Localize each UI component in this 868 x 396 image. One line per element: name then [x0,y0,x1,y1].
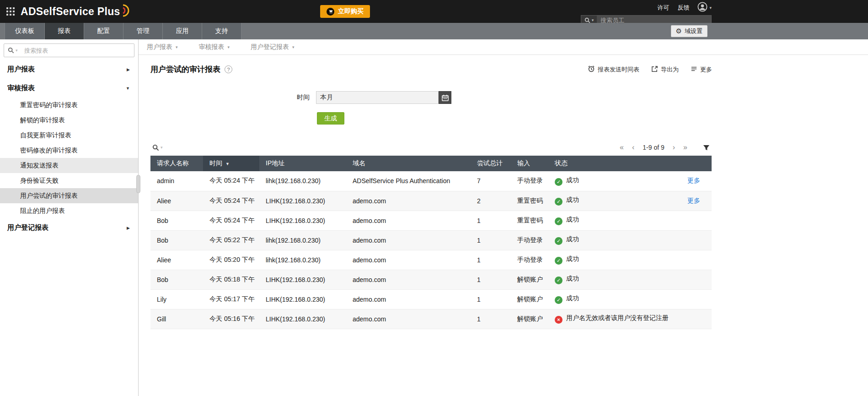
pagination-range: 1-9 of 9 [643,144,664,151]
table-search-icon[interactable]: ▾ [152,144,163,151]
first-page-button[interactable]: « [620,144,624,151]
previous-page-button[interactable]: ‹ [632,144,634,151]
cell-input: 手动登录 [511,250,548,270]
chevron-down-icon: ▾ [16,48,18,53]
sidebar-item-self-update-audit[interactable]: 自我更新审计报表 [0,128,138,143]
cell-input: 手动登录 [511,171,548,191]
page-title: 用户尝试的审计报表 ? [150,64,232,75]
header-attempts[interactable]: 尝试总计 [471,156,511,171]
next-page-button[interactable]: › [673,144,675,151]
tab-reports[interactable]: 报表 [45,23,84,39]
last-page-button[interactable]: » [683,144,687,151]
sidebar-item-user-attempts-audit[interactable]: 用户尝试的审计报表 [0,188,138,203]
user-avatar[interactable]: ▾ [697,2,712,13]
menu-user-reports[interactable]: 用户报表 ▾ [147,43,178,51]
sidebar-resize-handle[interactable] [136,175,140,193]
cart-icon [327,8,334,16]
status-text: 成功 [566,176,579,184]
cell-ip: LIHK(192.168.0.230) [259,270,346,289]
license-link[interactable]: 许可 [657,4,669,12]
gear-icon: ⚙ [676,27,682,35]
buy-now-button[interactable]: 立即购买 [320,5,370,18]
filter-icon[interactable] [703,144,710,151]
cell-ip: LIHK(192.168.0.230) [259,309,346,329]
sidebar-item-unlock-audit[interactable]: 解锁的审计报表 [0,113,138,128]
header-time[interactable]: 时间▼ [203,156,259,171]
table-header: 请求人名称 时间▼ IP地址 域名 尝试总计 输入 状态 [150,156,712,171]
sidebar: ▾ 用户报表 ▶ 审核报表 ▼ 重置密码的审计报表 解锁的审计报表 自我更新审计… [0,39,139,396]
cell-input: 解锁账户 [511,289,548,309]
menu-label: 审核报表 [199,43,225,51]
chevron-right-icon: ▶ [127,226,130,230]
table-row: Bob 今天 05:24 下午 LIHK(192.168.0.230) adem… [150,211,712,230]
tab-support[interactable]: 支持 [202,23,241,39]
sidebar-item-password-change-audit[interactable]: 密码修改的审计报表 [0,143,138,158]
tab-admin[interactable]: 管理 [123,23,163,39]
status-text: 成功 [566,294,579,302]
cell-domain: ADSelfService Plus Authentication [346,171,471,191]
help-icon[interactable]: ? [225,65,232,73]
status-text: 用户名无效或者该用户没有登记注册 [566,314,669,321]
domain-settings-button[interactable]: ⚙ 域设置 [671,25,707,37]
results-table-section: ▾ « ‹ 1-9 of 9 › » [150,139,712,329]
sidebar-item-notification-delivery[interactable]: 通知发送报表 [0,158,138,173]
cell-ip: lihk(192.168.0.230) [259,171,346,191]
cell-input: 手动登录 [511,230,548,250]
logo[interactable]: ADSelfService Plus [21,4,131,19]
topbar: ADSelfService Plus 立即购买 许可 反馈 ▾ [0,0,868,23]
content: 用户尝试的审计报表 ? 报表发送时间表 [139,64,712,329]
status-text: 成功 [566,235,579,243]
chevron-down-icon: ▾ [176,45,178,49]
chevron-down-icon: ▼ [126,86,130,91]
sidebar-item-identity-verification-failure[interactable]: 身份验证失败 [0,173,138,188]
report-search-input[interactable] [4,43,134,57]
header-requester[interactable]: 请求人名称 [150,156,203,171]
cell-requester: admin [150,171,203,191]
header-domain[interactable]: 域名 [346,156,471,171]
menu-audit-reports[interactable]: 审核报表 ▾ [199,43,230,51]
tab-configuration[interactable]: 配置 [84,23,123,39]
adselfservice-plus-app: ADSelfService Plus 立即购买 许可 反馈 ▾ [0,0,868,396]
more-actions-label: 更多 [700,65,712,74]
report-schedule-button[interactable]: 报表发送时间表 [588,65,639,74]
table-toolbar: ▾ « ‹ 1-9 of 9 › » [150,139,712,156]
time-range-input[interactable] [316,91,439,104]
header-ip[interactable]: IP地址 [259,156,346,171]
menu-enrollment-reports[interactable]: 用户登记报表 ▾ [251,43,295,51]
sort-desc-icon: ▼ [225,162,230,166]
sidebar-item-blocked-users[interactable]: 阻止的用户报表 [0,203,138,218]
more-actions-button[interactable]: 更多 [691,65,712,74]
sidebar-item-reset-password-audit[interactable]: 重置密码的审计报表 [0,98,138,113]
cell-time: 今天 05:24 下午 [203,171,259,191]
user-avatar-icon [697,2,707,13]
sidebar-section-user-reports[interactable]: 用户报表 ▶ [0,60,138,79]
cell-more [681,289,712,309]
audit-table: 请求人名称 时间▼ IP地址 域名 尝试总计 输入 状态 [150,156,712,329]
header-input[interactable]: 输入 [511,156,548,171]
main-nav: 仪表板 报表 配置 管理 应用 支持 ⚙ 域设置 [0,23,868,39]
tab-apps[interactable]: 应用 [163,23,202,39]
tab-dashboard[interactable]: 仪表板 [5,23,45,39]
calendar-button[interactable] [439,91,451,104]
cell-status: ✓成功 [548,250,681,270]
cell-input: 重置密码 [511,211,548,230]
logo-text: ADSelfService Plus [21,5,120,18]
cell-attempts: 1 [471,230,511,250]
generate-button[interactable]: 生成 [317,112,344,125]
feedback-link[interactable]: 反馈 [677,4,689,12]
page-actions: 报表发送时间表 导出为 更多 [588,65,712,74]
cell-attempts: 1 [471,211,511,230]
section-label: 用户登记报表 [7,223,48,232]
row-more-link[interactable]: 更多 [687,177,700,184]
chevron-right-icon: ▶ [127,67,130,72]
status-text: 成功 [566,275,579,282]
cell-status: ✓成功 [548,191,681,211]
sidebar-section-audit-reports[interactable]: 审核报表 ▼ [0,79,138,98]
cell-more [681,250,712,270]
export-button[interactable]: 导出为 [651,65,679,74]
row-more-link[interactable]: 更多 [687,197,700,204]
apps-grid-icon[interactable] [6,7,15,16]
sidebar-section-enrollment-reports[interactable]: 用户登记报表 ▶ [0,218,138,237]
header-status[interactable]: 状态 [548,156,681,171]
cell-ip: LIHK(192.168.0.230) [259,191,346,211]
